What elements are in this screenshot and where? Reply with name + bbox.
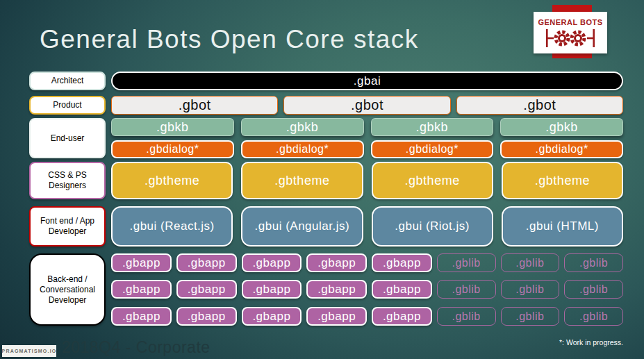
slide-footer-label: 2018Q4 - Corporate <box>62 338 210 357</box>
gblib-box: .gblib <box>437 307 496 326</box>
gbot-row: .gbot .gbot .gbot <box>111 96 623 115</box>
gbtheme-row: .gbtheme .gbtheme .gbtheme .gbtheme <box>111 162 623 199</box>
gbtheme-box: .gbtheme <box>372 162 493 199</box>
gbapp-box: .gbapp <box>372 280 432 299</box>
slide-general-bots-open-core-stack: General Bots Open Core stack GENERAL BOT… <box>0 0 644 359</box>
gbui-html-box: .gbui (HTML) <box>502 206 623 247</box>
gbapp-gblib-row-1: .gbapp .gbapp .gbapp .gbapp .gbapp .gbli… <box>111 253 623 272</box>
gbapp-box: .gbapp <box>372 253 432 272</box>
gbtheme-box: .gbtheme <box>111 162 233 199</box>
gblib-box: .gblib <box>437 280 496 299</box>
gbkb-row: .gbkb .gbkb .gbkb .gbkb <box>111 118 623 136</box>
gblib-box: .gblib <box>501 280 560 299</box>
gblib-box: .gblib <box>564 280 623 299</box>
gbapp-box: .gbapp <box>372 307 432 326</box>
gbapp-box: .gbapp <box>306 280 367 299</box>
role-label-end-user: End-user <box>29 118 106 158</box>
gbapp-box: .gbapp <box>242 307 302 326</box>
gbapp-gblib-row-2: .gbapp .gbapp .gbapp .gbapp .gbapp .gbli… <box>111 280 623 299</box>
gbapp-box: .gbapp <box>306 253 367 272</box>
gbui-row: .gbui (React.js) .gbui (Angular.js) .gbu… <box>111 206 623 247</box>
gbai-row: .gbai <box>111 72 623 90</box>
role-label-text: Product <box>53 100 81 110</box>
gblib-box: .gblib <box>564 253 623 272</box>
gbapp-box: .gbapp <box>176 253 237 272</box>
gbkb-box: .gbkb <box>500 118 623 136</box>
role-label-back-end-conversational-developer: Back-end / Conversational Developer <box>29 253 106 326</box>
gbdialog-box: .gbdialog* <box>111 140 234 158</box>
gbapp-gblib-row-3: .gbapp .gbapp .gbapp .gbapp .gbapp .gbli… <box>111 307 623 326</box>
gbapp-box: .gbapp <box>242 253 302 272</box>
pragmatismo-wordmark: PRAGMATISMO.IO <box>2 349 57 353</box>
role-label-text: Back-end / Conversational Developer <box>35 274 100 306</box>
role-label-front-end-app-developer: Font end / App Developer <box>29 206 106 247</box>
pragmatismo-logo: PRAGMATISMO.IO <box>2 345 56 357</box>
gblib-box: .gblib <box>437 253 496 272</box>
page-title: General Bots Open Core stack <box>40 25 419 54</box>
gbdialog-row: .gbdialog* .gbdialog* .gbdialog* .gbdial… <box>111 140 623 158</box>
role-label-architect: Architect <box>29 72 106 90</box>
gbdialog-box: .gbdialog* <box>241 140 364 158</box>
gbtheme-box: .gbtheme <box>502 162 623 199</box>
role-label-text: CSS & PS Designers <box>35 170 100 191</box>
gbtheme-box: .gbtheme <box>241 162 363 199</box>
gbapp-box: .gbapp <box>306 307 367 326</box>
general-bots-logo: GENERAL BOTS <box>534 12 607 53</box>
gblib-box: .gblib <box>564 307 623 326</box>
role-label-text: End-user <box>51 133 85 144</box>
gbapp-box: .gbapp <box>111 280 172 299</box>
gbui-react-box: .gbui (React.js) <box>111 206 233 247</box>
gbot-box: .gbot <box>456 96 623 115</box>
role-label-css-ps-designers: CSS & PS Designers <box>29 162 106 199</box>
gbkb-box: .gbkb <box>111 118 234 136</box>
gbapp-box: .gbapp <box>176 280 237 299</box>
gbot-box: .gbot <box>111 96 278 115</box>
gbdialog-box: .gbdialog* <box>371 140 494 158</box>
gbkb-box: .gbkb <box>371 118 494 136</box>
work-in-progress-note: *: Work in progress. <box>559 338 623 347</box>
gbdialog-box: .gbdialog* <box>500 140 623 158</box>
gbui-riot-box: .gbui (Riot.js) <box>372 206 493 247</box>
gblib-box: .gblib <box>501 307 560 326</box>
role-label-text: Architect <box>51 76 84 86</box>
gears-icon <box>541 28 600 49</box>
gbai-bar: .gbai <box>111 72 623 90</box>
gbot-box: .gbot <box>283 96 450 115</box>
gbapp-box: .gbapp <box>176 307 237 326</box>
logo-wordmark: GENERAL BOTS <box>538 19 602 26</box>
gblib-box: .gblib <box>501 253 560 272</box>
gbapp-box: .gbapp <box>111 253 172 272</box>
gbapp-box: .gbapp <box>242 280 302 299</box>
gbui-angular-box: .gbui (Angular.js) <box>241 206 363 247</box>
gbapp-box: .gbapp <box>111 307 172 326</box>
role-label-text: Font end / App Developer <box>35 216 100 237</box>
role-label-product: Product <box>29 96 106 115</box>
gbkb-box: .gbkb <box>241 118 364 136</box>
